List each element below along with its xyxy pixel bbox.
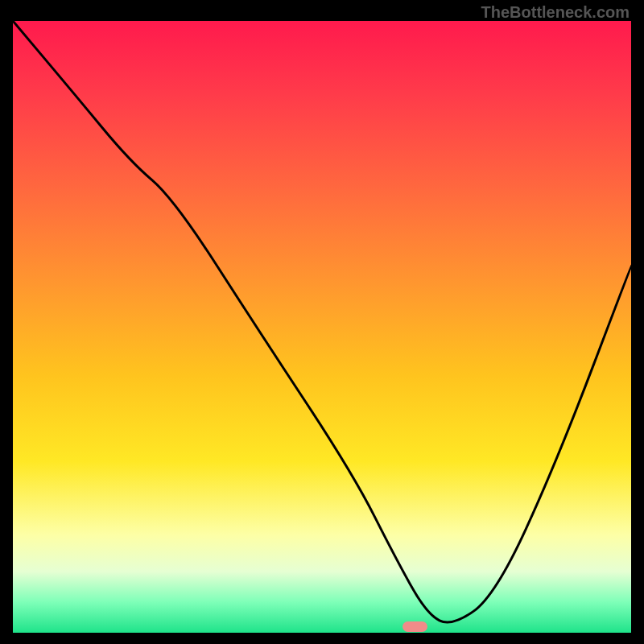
watermark-text: TheBottleneck.com	[481, 3, 630, 22]
bottleneck-curve	[13, 21, 631, 633]
chart-plot-area	[13, 21, 631, 633]
optimal-marker	[402, 621, 427, 633]
